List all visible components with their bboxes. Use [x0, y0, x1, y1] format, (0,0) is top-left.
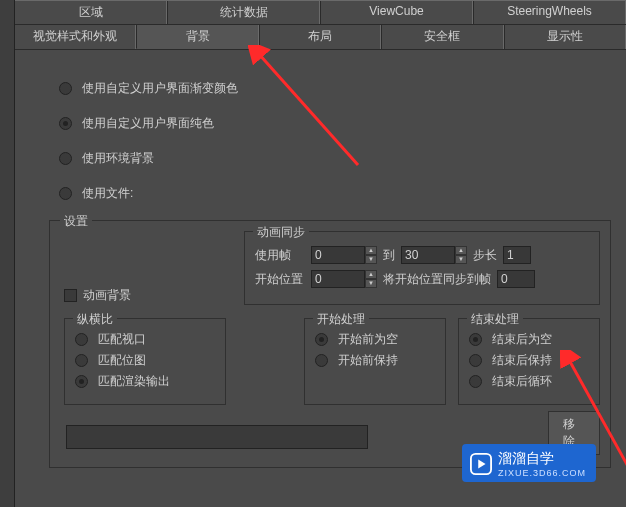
label-start-hold: 开始前保持 [338, 352, 398, 369]
input-sync-frame[interactable] [497, 270, 535, 288]
tab-layout[interactable]: 布局 [259, 25, 381, 49]
label-sync-frame: 将开始位置同步到帧 [383, 271, 491, 288]
file-path-input[interactable] [66, 425, 368, 449]
label-end-blank: 结束后为空 [492, 331, 552, 348]
label-aspect-viewport: 匹配视口 [98, 331, 146, 348]
tab-display[interactable]: 显示性 [504, 25, 626, 49]
radio-start-hold[interactable] [315, 354, 328, 367]
label-aspect-render: 匹配渲染输出 [98, 373, 170, 390]
radio-end-hold[interactable] [469, 354, 482, 367]
label-end-loop: 结束后循环 [492, 373, 552, 390]
spinner-btns[interactable]: ▲▼ [455, 246, 467, 264]
radio-aspect-viewport[interactable] [75, 333, 88, 346]
input-use-frame[interactable] [311, 246, 365, 264]
play-icon [470, 453, 492, 475]
start-group: 开始处理 开始前为空 开始前保持 [304, 318, 446, 405]
label-use-frame: 使用帧 [255, 247, 305, 264]
watermark-text: 溜溜自学 [498, 450, 554, 466]
svg-marker-5 [478, 459, 485, 468]
tab-background[interactable]: 背景 [136, 25, 258, 49]
tab-stats[interactable]: 统计数据 [167, 1, 320, 24]
watermark-sub: ZIXUE.3D66.COM [498, 468, 586, 478]
spinner-btns[interactable]: ▲▼ [365, 270, 377, 288]
radio-aspect-bitmap[interactable] [75, 354, 88, 367]
tab-safe[interactable]: 安全框 [381, 25, 503, 49]
label-file: 使用文件: [82, 185, 133, 202]
sync-legend: 动画同步 [253, 224, 309, 241]
sync-group: 动画同步 使用帧 ▲▼ 到 ▲▼ 步长 开始位置 ▲▼ 将开始位置同步到帧 [244, 231, 600, 305]
tab-region[interactable]: 区域 [14, 1, 167, 24]
spinner-btns[interactable]: ▲▼ [365, 246, 377, 264]
label-aspect-bitmap: 匹配位图 [98, 352, 146, 369]
label-to: 到 [383, 247, 395, 264]
radio-end-blank[interactable] [469, 333, 482, 346]
aspect-legend: 纵横比 [73, 311, 117, 328]
input-to[interactable] [401, 246, 455, 264]
tab-visual[interactable]: 视觉样式和外观 [14, 25, 136, 49]
radio-start-blank[interactable] [315, 333, 328, 346]
label-env: 使用环境背景 [82, 150, 154, 167]
input-start-pos[interactable] [311, 270, 365, 288]
label-start-blank: 开始前为空 [338, 331, 398, 348]
radio-solid[interactable] [59, 117, 72, 130]
radio-file[interactable] [59, 187, 72, 200]
radio-env[interactable] [59, 152, 72, 165]
radio-aspect-render[interactable] [75, 375, 88, 388]
settings-legend: 设置 [60, 213, 92, 230]
input-step[interactable] [503, 246, 531, 264]
label-solid: 使用自定义用户界面纯色 [82, 115, 214, 132]
checkbox-anim-bg[interactable] [64, 289, 77, 302]
label-start-pos: 开始位置 [255, 271, 305, 288]
settings-group: 设置 动画背景 动画同步 使用帧 ▲▼ 到 ▲▼ 步长 [49, 220, 611, 468]
label-end-hold: 结束后保持 [492, 352, 552, 369]
label-anim-bg: 动画背景 [83, 287, 131, 304]
end-group: 结束处理 结束后为空 结束后保持 结束后循环 [458, 318, 600, 405]
start-legend: 开始处理 [313, 311, 369, 328]
radio-gradient[interactable] [59, 82, 72, 95]
end-legend: 结束处理 [467, 311, 523, 328]
tab-viewcube[interactable]: ViewCube [320, 1, 473, 24]
aspect-group: 纵横比 匹配视口 匹配位图 匹配渲染输出 [64, 318, 226, 405]
label-step: 步长 [473, 247, 497, 264]
radio-end-loop[interactable] [469, 375, 482, 388]
tab-steering[interactable]: SteeringWheels [473, 1, 626, 24]
label-gradient: 使用自定义用户界面渐变颜色 [82, 80, 238, 97]
watermark-badge: 溜溜自学 ZIXUE.3D66.COM [462, 444, 596, 482]
